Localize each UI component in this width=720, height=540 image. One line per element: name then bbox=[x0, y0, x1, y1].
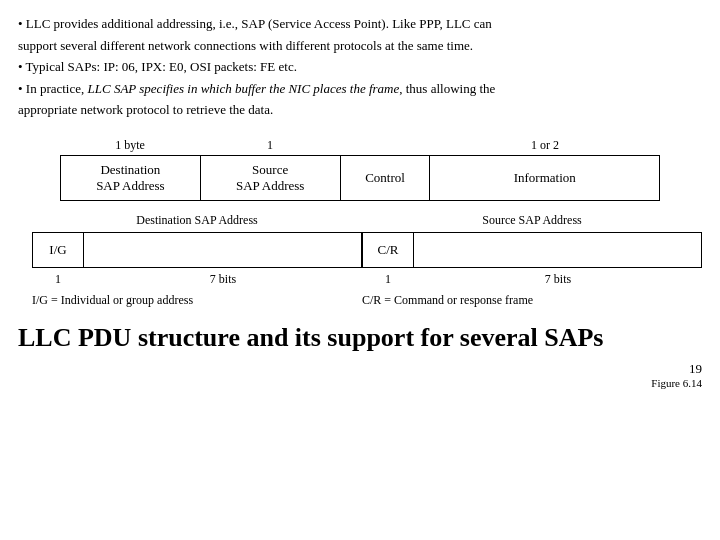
figure-label: Figure 6.14 bbox=[651, 377, 702, 389]
intro-line2: support several different network connec… bbox=[18, 36, 702, 56]
dest-bit7: 7 bits bbox=[84, 272, 362, 287]
src-sap-label: Source SAP Address bbox=[362, 213, 702, 228]
dest-sap-breakdown: Destination SAP Address I/G 1 7 bits bbox=[32, 213, 362, 287]
cr-box: C/R bbox=[362, 232, 414, 268]
src-sap-cell: SourceSAP Address bbox=[200, 155, 340, 200]
dest-sap-cell: DestinationSAP Address bbox=[61, 155, 201, 200]
pdu-section: 1 byte 1 1 or 2 DestinationSAP Address S… bbox=[18, 138, 702, 201]
src-sap-large-box bbox=[414, 232, 702, 268]
intro-line4-italic: LLC SAP specifies in which buffer the NI… bbox=[88, 81, 400, 96]
dest-sap-large-box bbox=[84, 232, 362, 268]
dest-sap-label: Destination SAP Address bbox=[32, 213, 362, 228]
intro-line4: • In practice, LLC SAP specifies in whic… bbox=[18, 79, 702, 99]
intro-line4-pre: • In practice, bbox=[18, 81, 88, 96]
byte-label-1: 1 byte bbox=[60, 138, 200, 153]
pdu-table: DestinationSAP Address SourceSAP Address… bbox=[60, 155, 660, 201]
sap-breakdown: Destination SAP Address I/G 1 7 bits Sou… bbox=[32, 213, 702, 287]
footer: 19 Figure 6.14 bbox=[18, 361, 702, 389]
legend-cr: C/R = Command or response frame bbox=[362, 293, 702, 308]
src-bit7: 7 bits bbox=[414, 272, 702, 287]
src-sap-bits: 1 7 bits bbox=[362, 272, 702, 287]
byte-labels-row: 1 byte 1 1 or 2 bbox=[60, 138, 660, 153]
byte-label-4: 1 or 2 bbox=[430, 138, 660, 153]
pdu-row: DestinationSAP Address SourceSAP Address… bbox=[61, 155, 660, 200]
src-sap-breakdown: Source SAP Address C/R 1 7 bits bbox=[362, 213, 702, 287]
intro-line4-post: , thus allowing the bbox=[399, 81, 495, 96]
byte-label-2: 1 bbox=[200, 138, 340, 153]
information-cell: Information bbox=[430, 155, 660, 200]
ig-box: I/G bbox=[32, 232, 84, 268]
legend-ig: I/G = Individual or group address bbox=[32, 293, 362, 308]
byte-label-3 bbox=[340, 138, 430, 153]
intro-line3: • Typical SAPs: IP: 06, IPX: E0, OSI pac… bbox=[18, 57, 702, 77]
src-bit1: 1 bbox=[362, 272, 414, 287]
legend-section: I/G = Individual or group address C/R = … bbox=[32, 293, 702, 308]
dest-sap-boxes: I/G bbox=[32, 232, 362, 268]
dest-bit1: 1 bbox=[32, 272, 84, 287]
main-title: LLC PDU structure and its support for se… bbox=[18, 322, 702, 353]
intro-line5: appropriate network protocol to retrieve… bbox=[18, 100, 702, 120]
intro-line1: • LLC provides additional addressing, i.… bbox=[18, 14, 702, 34]
intro-section: • LLC provides additional addressing, i.… bbox=[18, 14, 702, 120]
control-cell: Control bbox=[340, 155, 430, 200]
src-sap-boxes: C/R bbox=[362, 232, 702, 268]
dest-sap-bits: 1 7 bits bbox=[32, 272, 362, 287]
page-number: 19 bbox=[689, 361, 702, 377]
